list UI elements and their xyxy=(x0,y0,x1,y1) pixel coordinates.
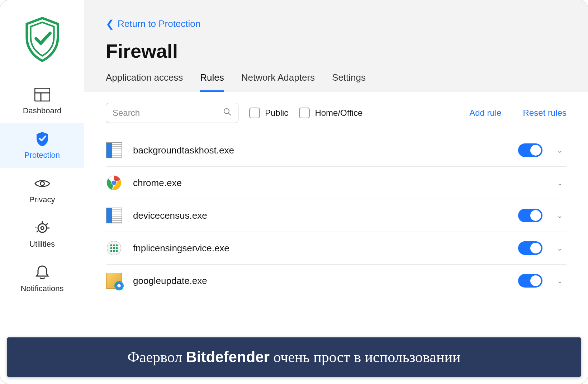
sidebar-item-notifications[interactable]: Notifications xyxy=(0,257,84,301)
svg-line-9 xyxy=(37,231,38,232)
chevron-down-icon[interactable]: ⌄ xyxy=(553,211,566,220)
svg-point-4 xyxy=(38,224,47,232)
tab-network-adapters[interactable]: Network Adapters xyxy=(241,72,315,92)
caption-prefix: Фаервол xyxy=(128,349,186,365)
shield-icon xyxy=(34,131,50,147)
add-rule-button[interactable]: Add rule xyxy=(469,108,501,118)
chevron-left-icon: ❮ xyxy=(106,18,114,30)
public-checkbox[interactable]: Public xyxy=(249,108,288,118)
svg-point-3 xyxy=(40,182,44,186)
chrome-icon xyxy=(106,175,122,191)
tab-application-access[interactable]: Application access xyxy=(106,72,183,92)
sidebar-item-label: Utilities xyxy=(29,240,55,249)
app-logo xyxy=(21,14,64,65)
home-office-checkbox[interactable]: Home/Office xyxy=(299,108,362,118)
rule-name: fnplicensingservice.exe xyxy=(133,243,507,254)
search-placeholder: Search xyxy=(113,108,140,118)
sidebar-item-label: Notifications xyxy=(21,284,64,293)
rule-row: backgroundtaskhost.exe ⌄ xyxy=(106,134,566,167)
sidebar-item-utilities[interactable]: Utilities xyxy=(0,212,84,257)
checkbox-label: Home/Office xyxy=(315,108,362,118)
rule-row: devicecensus.exe ⌄ xyxy=(106,199,566,232)
chevron-down-icon[interactable]: ⌄ xyxy=(553,244,566,252)
rule-row: googleupdate.exe ⌄ xyxy=(106,265,566,297)
rule-toggle[interactable] xyxy=(518,274,542,288)
chevron-down-icon[interactable]: ⌄ xyxy=(553,276,566,285)
rule-toggle[interactable] xyxy=(518,209,542,222)
rule-name: devicecensus.exe xyxy=(133,210,507,221)
main-content: ❮ Return to Protection Firewall Applicat… xyxy=(84,0,588,384)
page-title: Firewall xyxy=(106,40,566,62)
rule-toggle[interactable] xyxy=(518,241,542,255)
sidebar-item-dashboard[interactable]: Dashboard xyxy=(0,79,84,123)
rule-toggle[interactable] xyxy=(518,143,542,157)
rule-name: chrome.exe xyxy=(133,177,507,189)
caption-brand: Bitdefender xyxy=(186,349,270,365)
windows-app-icon xyxy=(106,142,122,158)
eye-icon xyxy=(34,176,50,191)
sidebar-item-label: Dashboard xyxy=(23,106,62,115)
rule-name: googleupdate.exe xyxy=(133,275,507,286)
sidebar-item-label: Protection xyxy=(24,151,60,160)
sidebar-item-protection[interactable]: Protection xyxy=(0,123,84,168)
sidebar-nav: Dashboard Protection Privacy Utilities xyxy=(0,79,84,301)
gear-icon xyxy=(34,220,50,236)
sidebar-item-privacy[interactable]: Privacy xyxy=(0,168,84,212)
reset-rules-button[interactable]: Reset rules xyxy=(523,108,566,118)
sidebar: Dashboard Protection Privacy Utilities xyxy=(0,0,84,384)
page-header: ❮ Return to Protection Firewall Applicat… xyxy=(84,0,588,92)
windows-app-icon xyxy=(106,207,122,224)
google-update-icon xyxy=(106,272,122,289)
svg-line-7 xyxy=(46,223,48,225)
checkbox-label: Public xyxy=(265,108,288,118)
caption-suffix: очень прост в использовании xyxy=(270,349,461,365)
search-icon xyxy=(223,108,232,118)
dashboard-icon xyxy=(34,87,50,103)
tab-settings[interactable]: Settings xyxy=(332,72,366,92)
checkbox-icon xyxy=(249,108,260,118)
back-to-protection-link[interactable]: ❮ Return to Protection xyxy=(106,18,200,30)
svg-rect-0 xyxy=(35,88,50,101)
caption-text: Фаервол Bitdefender очень прост в исполь… xyxy=(128,349,461,366)
checkbox-icon xyxy=(299,108,310,118)
sidebar-item-label: Privacy xyxy=(29,195,55,204)
rule-row: fnplicensingservice.exe ⌄ xyxy=(106,232,566,265)
svg-point-5 xyxy=(41,227,44,229)
caption-banner: Фаервол Bitdefender очень прост в исполь… xyxy=(7,337,581,377)
svg-point-11 xyxy=(224,109,229,114)
grid-app-icon xyxy=(106,240,122,256)
tab-bar: Application access Rules Network Adapter… xyxy=(106,72,566,92)
rules-list: backgroundtaskhost.exe ⌄ chrome.exe ⌄ de… xyxy=(106,134,566,297)
rule-name: backgroundtaskhost.exe xyxy=(133,145,507,156)
app-window: Dashboard Protection Privacy Utilities xyxy=(0,0,588,384)
chevron-down-icon[interactable]: ⌄ xyxy=(553,146,566,155)
filter-bar: Search Public Home/Office Add rule Reset… xyxy=(106,103,566,134)
chevron-down-icon[interactable]: ⌄ xyxy=(553,179,566,187)
bell-icon xyxy=(34,265,50,280)
svg-line-12 xyxy=(228,113,231,115)
tab-rules[interactable]: Rules xyxy=(200,72,224,92)
back-link-label: Return to Protection xyxy=(118,18,200,29)
rule-row: chrome.exe ⌄ xyxy=(106,167,566,199)
search-input[interactable]: Search xyxy=(106,103,238,123)
